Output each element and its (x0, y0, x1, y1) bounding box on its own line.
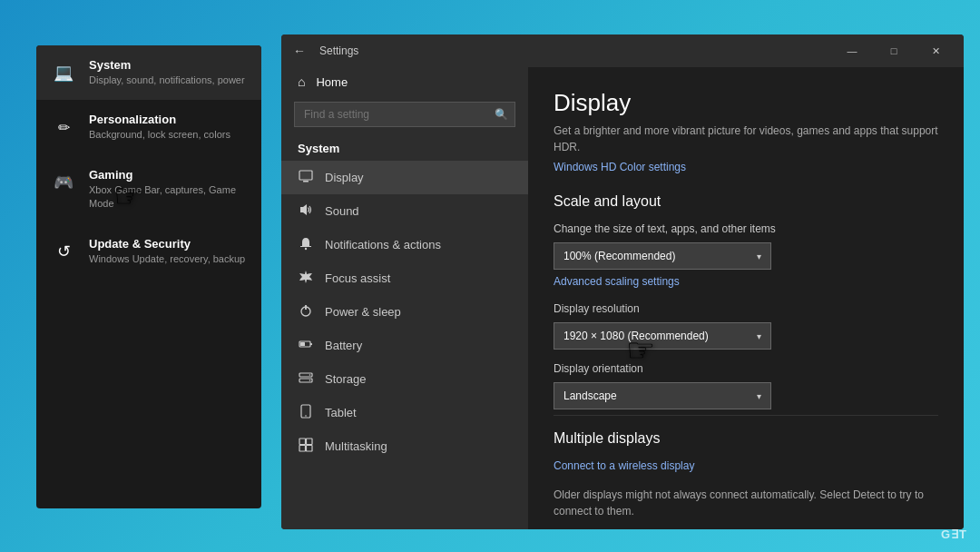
sound-icon (298, 202, 314, 220)
power-label: Power & sleep (325, 305, 401, 319)
left-item-update[interactable]: ↺ Update & Security Windows Update, reco… (36, 224, 261, 279)
change-size-label: Change the size of text, apps, and other… (554, 222, 938, 235)
personalization-icon: ✏ (51, 114, 76, 140)
svg-rect-18 (307, 446, 313, 452)
sidebar-item-display[interactable]: Display (281, 161, 528, 194)
update-subtitle: Windows Update, recovery, backup (89, 252, 245, 266)
svg-rect-8 (300, 342, 305, 346)
battery-label: Battery (325, 339, 362, 352)
home-icon: ⌂ (298, 74, 305, 89)
update-icon: ↺ (51, 239, 76, 264)
resolution-label: Display resolution (554, 302, 938, 315)
orientation-chevron: ▾ (757, 391, 761, 401)
sidebar-item-sound[interactable]: Sound (281, 194, 528, 228)
multitasking-label: Multitasking (325, 439, 387, 453)
personalization-subtitle: Background, lock screen, colors (89, 128, 230, 142)
advanced-scaling-link[interactable]: Advanced scaling settings (554, 275, 938, 288)
focus-label: Focus assist (325, 271, 390, 285)
battery-icon (298, 337, 314, 354)
personalization-title: Personalization (89, 113, 230, 126)
search-box: 🔍 (294, 102, 515, 127)
page-title: Display (554, 89, 938, 117)
multitasking-icon (298, 438, 314, 455)
sidebar-home[interactable]: ⌂ Home (281, 67, 528, 96)
settings-window: ← Settings — □ ✕ ⌂ Home 🔍 System (281, 34, 964, 529)
main-content: Display Get a brighter and more vibrant … (528, 67, 964, 529)
left-item-personalization[interactable]: ✏ Personalization Background, lock scree… (36, 100, 261, 154)
orientation-value: Landscape (564, 389, 617, 402)
system-icon: 💻 (51, 60, 76, 85)
svg-point-3 (305, 248, 307, 250)
storage-icon (298, 370, 314, 388)
tablet-label: Tablet (325, 406, 357, 419)
orientation-label: Display orientation (554, 362, 938, 375)
sidebar-item-battery[interactable]: Battery (281, 329, 528, 362)
window-title: Settings (319, 44, 358, 57)
svg-rect-1 (303, 181, 309, 182)
svg-point-14 (305, 415, 307, 417)
watermark: G∃T (941, 527, 967, 541)
close-button[interactable]: ✕ (915, 34, 956, 67)
display-icon (298, 169, 314, 186)
gaming-icon: 🎮 (51, 170, 76, 195)
detect-text: Older displays might not always connect … (554, 487, 938, 519)
search-icon: 🔍 (495, 108, 508, 121)
multiple-displays-title: Multiple displays (554, 430, 938, 447)
back-button[interactable]: ← (290, 44, 309, 58)
svg-point-12 (309, 380, 311, 381)
title-bar: ← Settings — □ ✕ (281, 34, 964, 67)
sidebar-item-tablet[interactable]: Tablet (281, 396, 528, 429)
focus-icon (298, 270, 314, 287)
notifications-icon (298, 236, 314, 253)
window-controls: — □ ✕ (831, 34, 956, 67)
hdr-link[interactable]: Windows HD Color settings (554, 161, 938, 173)
svg-rect-0 (299, 171, 312, 180)
svg-rect-15 (299, 439, 306, 445)
svg-marker-2 (300, 204, 307, 215)
orientation-dropdown[interactable]: Landscape ▾ (554, 382, 771, 409)
svg-rect-7 (310, 343, 312, 345)
sidebar-item-focus[interactable]: Focus assist (281, 261, 528, 295)
gaming-title: Gaming (89, 168, 247, 182)
scale-section-title: Scale and layout (554, 193, 938, 210)
power-icon (298, 303, 314, 320)
storage-label: Storage (325, 372, 367, 386)
resolution-value: 1920 × 1080 (Recommended) (564, 330, 709, 342)
page-subtitle: Get a brighter and more vibrant picture … (554, 123, 938, 155)
notifications-label: Notifications & actions (325, 238, 441, 251)
content-area: ⌂ Home 🔍 System Display (281, 67, 964, 529)
maximize-button[interactable]: □ (873, 34, 915, 67)
sidebar-item-storage[interactable]: Storage (281, 362, 528, 396)
gaming-subtitle: Xbox Game Bar, captures, Game Mode (89, 183, 247, 212)
svg-point-11 (309, 374, 311, 376)
scale-dropdown[interactable]: 100% (Recommended) ▾ (554, 242, 771, 270)
minimize-button[interactable]: — (831, 34, 873, 67)
system-subtitle: Display, sound, notifications, power (89, 74, 245, 87)
sound-label: Sound (325, 204, 359, 218)
update-title: Update & Security (89, 237, 245, 251)
sidebar-item-multitasking[interactable]: Multitasking (281, 429, 528, 463)
sidebar-section-header: System (281, 134, 528, 161)
svg-rect-17 (299, 446, 306, 452)
home-label: Home (316, 75, 348, 89)
section-divider (554, 415, 938, 416)
tablet-icon (298, 404, 314, 421)
left-item-gaming[interactable]: 🎮 Gaming Xbox Game Bar, captures, Game M… (36, 155, 261, 224)
resolution-dropdown[interactable]: 1920 × 1080 (Recommended) ▾ (554, 322, 771, 350)
search-input[interactable] (294, 102, 515, 127)
scale-chevron: ▾ (757, 251, 761, 261)
left-item-system[interactable]: 💻 System Display, sound, notifications, … (36, 45, 261, 100)
sidebar-item-power[interactable]: Power & sleep (281, 295, 528, 329)
sidebar: ⌂ Home 🔍 System Display (281, 67, 528, 529)
connect-wireless-link[interactable]: Connect to a wireless display (554, 459, 938, 472)
system-title: System (89, 58, 245, 72)
scale-value: 100% (Recommended) (564, 250, 675, 262)
sidebar-item-notifications[interactable]: Notifications & actions (281, 228, 528, 261)
left-settings-panel: 💻 System Display, sound, notifications, … (36, 45, 261, 508)
display-label: Display (325, 171, 364, 184)
svg-rect-16 (307, 439, 313, 445)
resolution-chevron: ▾ (757, 331, 761, 341)
